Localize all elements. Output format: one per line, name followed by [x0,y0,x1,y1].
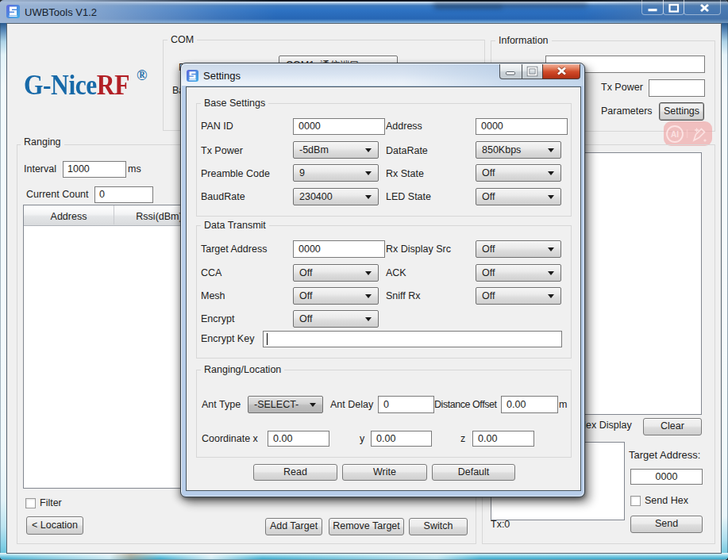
svg-text:AI: AI [671,130,679,139]
